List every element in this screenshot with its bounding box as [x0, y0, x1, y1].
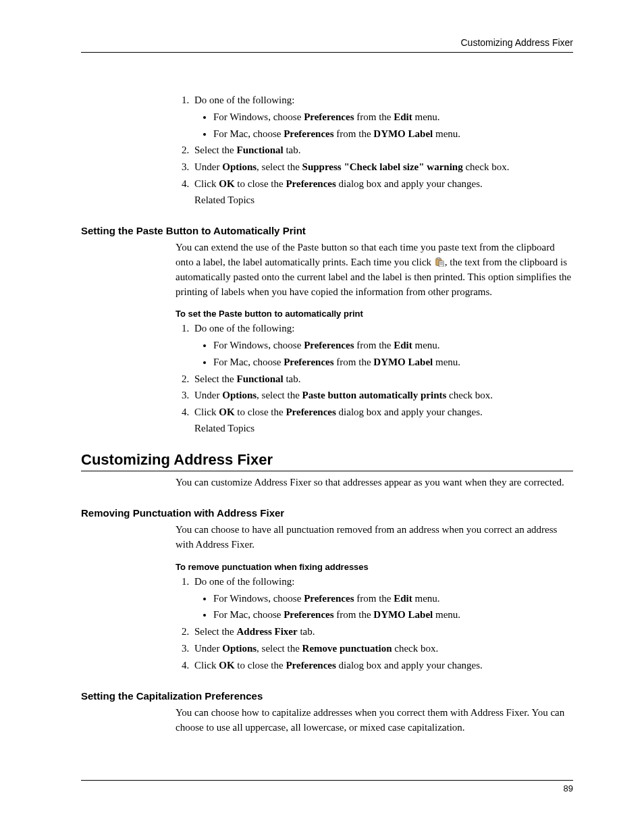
sec4-bullet-win: For Windows, choose Preferences from the… — [213, 592, 573, 606]
sec4-step4: Click OK to close the Preferences dialog… — [192, 658, 573, 673]
sec1-step4: Click OK to close the Preferences dialog… — [192, 177, 573, 208]
svg-rect-2 — [439, 261, 444, 267]
sec2-step1: Do one of the following: For Windows, ch… — [192, 321, 573, 369]
sec4-step3: Under Options, select the Remove punctua… — [192, 642, 573, 656]
sec3-body: You can customize Address Fixer so that … — [176, 475, 573, 490]
sec1-related-topics: Related Topics — [194, 193, 573, 208]
svg-rect-1 — [437, 257, 439, 259]
sec2-step4: Click OK to close the Preferences dialog… — [192, 405, 573, 436]
sec3-para: You can customize Address Fixer so that … — [176, 475, 573, 490]
paste-icon — [435, 257, 444, 266]
sec1-step3: Under Options, select the Suppress "Chec… — [192, 160, 573, 175]
sec1-steps: Do one of the following: For Windows, ch… — [176, 93, 573, 207]
sec2-bullet-mac: For Mac, choose Preferences from the DYM… — [213, 355, 573, 370]
page: Customizing Address Fixer Do one of the … — [0, 0, 644, 834]
sec2-task: To set the Paste button to automatically… — [176, 309, 573, 319]
sec5-para: You can choose how to capitalize address… — [176, 706, 573, 735]
sec1-step2: Select the Functional tab. — [192, 143, 573, 158]
sec4-bullet-mac: For Mac, choose Preferences from the DYM… — [213, 608, 573, 623]
text: Do one of the following: — [194, 95, 294, 105]
sec2-heading: Setting the Paste Button to Automaticall… — [81, 225, 573, 236]
sec5-body: You can choose how to capitalize address… — [176, 706, 573, 735]
sec2-step3: Under Options, select the Paste button a… — [192, 388, 573, 403]
page-number: 89 — [81, 780, 573, 793]
sec4-body: You can choose to have all punctuation r… — [176, 523, 573, 673]
sec2-body: You can extend the use of the Paste butt… — [176, 240, 573, 436]
sec3-heading: Customizing Address Fixer — [81, 451, 573, 471]
sec1-bullet-mac: For Mac, choose Preferences from the DYM… — [213, 127, 573, 142]
sec2-related-topics: Related Topics — [194, 421, 573, 436]
sec4-task: To remove punctuation when fixing addres… — [176, 562, 573, 572]
sec4-step2: Select the Address Fixer tab. — [192, 625, 573, 640]
sec2-para: You can extend the use of the Paste butt… — [176, 240, 573, 299]
sec1-bullet-win: For Windows, choose Preferences from the… — [213, 110, 573, 125]
sec1-step1: Do one of the following: For Windows, ch… — [192, 93, 573, 141]
sec4-step1: Do one of the following: For Windows, ch… — [192, 575, 573, 623]
sec4-heading: Removing Punctuation with Address Fixer — [81, 507, 573, 519]
sec2-step2: Select the Functional tab. — [192, 372, 573, 387]
sec4-para: You can choose to have all punctuation r… — [176, 523, 573, 552]
running-header: Customizing Address Fixer — [81, 37, 573, 53]
sec2-bullet-win: For Windows, choose Preferences from the… — [213, 338, 573, 353]
sec5-heading: Setting the Capitalization Preferences — [81, 690, 573, 702]
